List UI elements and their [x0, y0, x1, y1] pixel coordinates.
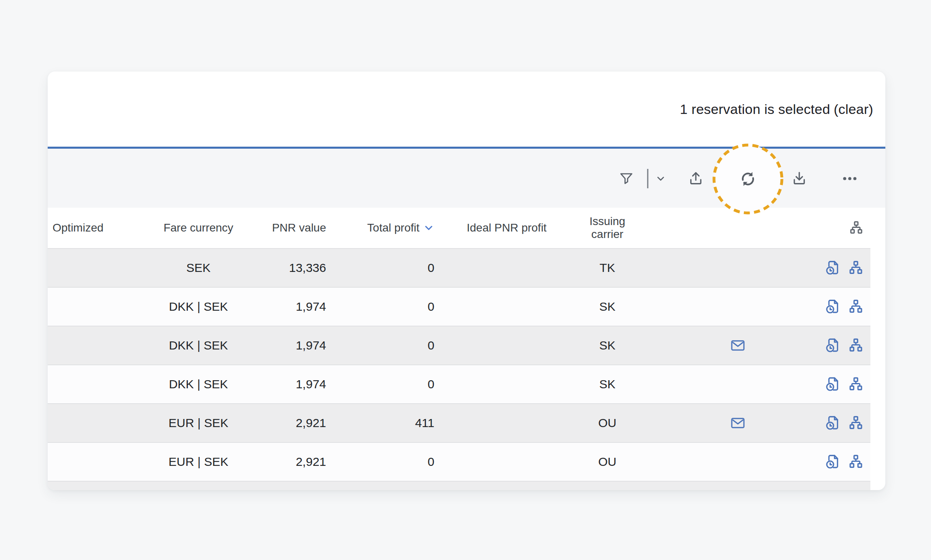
cell-notification: [642, 299, 834, 315]
document-history-icon: [824, 414, 842, 432]
hierarchy-icon: [848, 415, 864, 431]
refresh-button[interactable]: [738, 169, 758, 189]
refresh-sync-icon: [738, 169, 758, 189]
document-history-icon: [824, 375, 842, 393]
cell-total-profit: 0: [326, 377, 434, 391]
cell-actions: [834, 337, 870, 354]
document-history-button[interactable]: [824, 337, 842, 354]
filter-funnel-icon: [619, 171, 634, 186]
filter-button[interactable]: [619, 171, 634, 186]
cell-fare-currency: DKK | SEK: [147, 339, 250, 352]
download-button[interactable]: [791, 170, 808, 187]
cell-pnr-value: 2,921: [250, 416, 326, 430]
cell-notification: [642, 415, 834, 431]
cell-issuing-carrier: SK: [573, 300, 642, 314]
hierarchy-button[interactable]: [848, 376, 864, 392]
envelope-icon[interactable]: [730, 415, 746, 431]
hierarchy-button[interactable]: [848, 260, 864, 276]
cell-actions: [834, 375, 870, 393]
column-header-issuing-carrier[interactable]: Issuing carrier: [573, 215, 642, 241]
cell-fare-currency: DKK | SEK: [147, 377, 250, 391]
cell-notification: [642, 260, 834, 276]
cell-pnr-value: 13,336: [250, 261, 326, 275]
document-history-icon: [824, 337, 842, 354]
column-header-ideal-pnr-profit[interactable]: Ideal PNR profit: [434, 221, 573, 234]
cell-pnr-value: 2,921: [250, 455, 326, 469]
ellipsis-icon: [841, 170, 858, 187]
column-header-fare-currency[interactable]: Fare currency: [147, 221, 250, 234]
document-history-button[interactable]: [824, 298, 842, 316]
cell-notification: [642, 454, 834, 470]
selection-count-text: 1 reservation is selected: [680, 101, 830, 117]
hierarchy-icon: [848, 299, 864, 315]
upload-button[interactable]: [687, 170, 704, 187]
table-toolbar: [48, 149, 885, 208]
clear-selection-link[interactable]: (clear): [834, 101, 873, 117]
table-row-partial: [48, 482, 870, 490]
cell-issuing-carrier: TK: [573, 261, 642, 275]
document-history-button[interactable]: [824, 375, 842, 393]
cell-notification: [642, 376, 834, 392]
filter-expand-button[interactable]: [655, 173, 667, 185]
table-row[interactable]: DKK | SEK 1,974 0 SK: [48, 326, 870, 365]
cell-fare-currency: DKK | SEK: [147, 300, 250, 314]
download-icon: [791, 170, 808, 187]
document-history-icon: [824, 259, 842, 277]
hierarchy-button[interactable]: [848, 299, 864, 315]
cell-total-profit: 0: [326, 339, 434, 352]
column-header-optimized[interactable]: Optimized: [48, 221, 147, 234]
hierarchy-icon: [849, 220, 864, 236]
table-row[interactable]: DKK | SEK 1,974 0 SK: [48, 288, 870, 326]
document-history-button[interactable]: [824, 259, 842, 277]
table-row[interactable]: SEK 13,336 0 TK: [48, 249, 870, 288]
cell-pnr-value: 1,974: [250, 300, 326, 314]
hierarchy-button[interactable]: [848, 415, 864, 431]
hierarchy-button[interactable]: [848, 454, 864, 470]
cell-total-profit: 0: [326, 261, 434, 275]
cell-total-profit: 0: [326, 455, 434, 469]
table-body: SEK 13,336 0 TK: [48, 249, 870, 482]
hierarchy-icon: [848, 454, 864, 470]
cell-issuing-carrier: OU: [573, 455, 642, 469]
cell-notification: [642, 337, 834, 354]
cell-fare-currency: SEK: [147, 261, 250, 275]
cell-pnr-value: 1,974: [250, 339, 326, 352]
more-actions-button[interactable]: [841, 170, 858, 187]
document-history-button[interactable]: [824, 414, 842, 432]
cell-total-profit: 411: [326, 416, 434, 430]
envelope-icon[interactable]: [730, 337, 746, 354]
cell-actions: [834, 414, 870, 432]
reservations-panel: 1 reservation is selected (clear): [48, 72, 885, 490]
hierarchy-button[interactable]: [848, 337, 864, 354]
table-row[interactable]: EUR | SEK 2,921 0 OU: [48, 443, 870, 482]
document-history-button[interactable]: [824, 453, 842, 471]
selection-bar: 1 reservation is selected (clear): [48, 72, 885, 147]
cell-issuing-carrier: SK: [573, 377, 642, 391]
column-settings-button[interactable]: [834, 220, 870, 236]
cell-pnr-value: 1,974: [250, 377, 326, 391]
cell-issuing-carrier: OU: [573, 416, 642, 430]
hierarchy-icon: [848, 260, 864, 276]
cell-actions: [834, 259, 870, 277]
hierarchy-icon: [848, 337, 864, 354]
document-history-icon: [824, 298, 842, 316]
cell-total-profit: 0: [326, 300, 434, 314]
document-history-icon: [824, 453, 842, 471]
cell-actions: [834, 453, 870, 471]
column-header-pnr-value[interactable]: PNR value: [250, 221, 326, 234]
chevron-down-icon: [655, 173, 667, 185]
cell-actions: [834, 298, 870, 316]
toolbar-divider: [647, 169, 649, 188]
table-row[interactable]: DKK | SEK 1,974 0 SK: [48, 365, 870, 404]
cell-issuing-carrier: SK: [573, 339, 642, 352]
table-header-row: Optimized Fare currency PNR value Total …: [48, 208, 870, 249]
cell-fare-currency: EUR | SEK: [147, 416, 250, 430]
column-header-total-profit[interactable]: Total profit: [326, 221, 434, 234]
upload-icon: [687, 170, 704, 187]
hierarchy-icon: [848, 376, 864, 392]
cell-fare-currency: EUR | SEK: [147, 455, 250, 469]
sort-desc-icon: [423, 222, 434, 234]
table-row[interactable]: EUR | SEK 2,921 411 OU: [48, 404, 870, 443]
